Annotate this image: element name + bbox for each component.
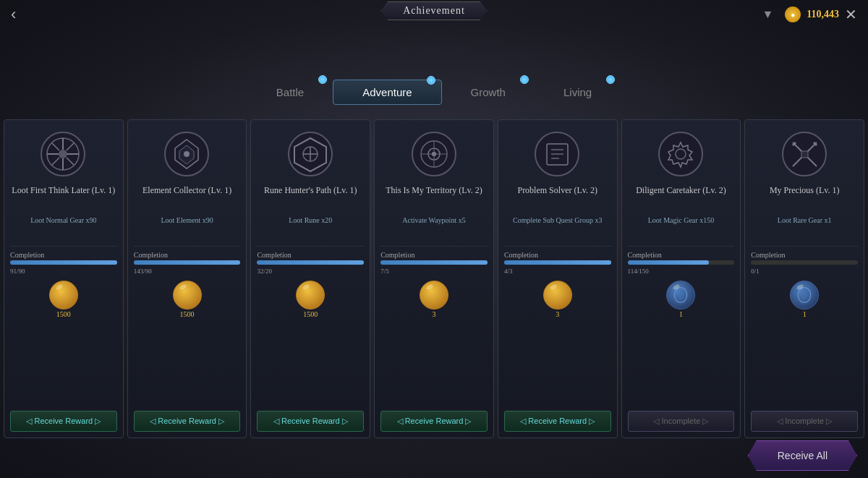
card-title: This Is My Territory (Lv. 2) — [386, 185, 482, 211]
reward-icon — [420, 281, 448, 310]
card-desc: Loot Normal Gear x90 — [30, 215, 96, 236]
progress-bar-fill — [380, 260, 488, 265]
card-desc: Activate Waypoint x5 — [402, 215, 465, 236]
card-desc: Loot Element x90 — [161, 215, 213, 236]
card-icon — [285, 129, 336, 179]
receive-reward-button[interactable]: ◁ Receive Reward ▷ — [10, 411, 117, 432]
separator — [751, 246, 858, 247]
achievement-card-3: This Is My Territory (Lv. 2) Activate Wa… — [374, 119, 494, 438]
reward-area: 1500 — [173, 281, 202, 318]
reward-area: 1 — [666, 281, 695, 318]
svg-point-31 — [659, 132, 702, 176]
cards-area: Loot First Think Later (Lv. 1) Loot Norm… — [4, 119, 864, 438]
card-icon — [655, 129, 706, 179]
card-icon — [409, 129, 459, 179]
reward-item: 3 — [543, 281, 572, 318]
receive-reward-button[interactable]: ◁ Receive Reward ▷ — [380, 411, 488, 432]
progress-bar-bg — [504, 260, 611, 265]
card-title: Diligent Caretaker (Lv. 2) — [636, 185, 726, 211]
progress-text: 114/150 — [628, 268, 649, 275]
dropdown-icon[interactable]: ▼ — [762, 8, 773, 21]
reward-icon — [666, 281, 695, 310]
coin-icon: ● — [785, 7, 801, 22]
progress-text: 0/1 — [751, 268, 760, 275]
tab-battle[interactable]: Battle — [247, 80, 333, 105]
separator — [380, 246, 488, 247]
card-icon — [779, 129, 830, 179]
card-title: Loot First Think Later (Lv. 1) — [12, 185, 115, 211]
back-button[interactable]: ‹ — [11, 5, 16, 24]
tab-indicator-living — [606, 75, 615, 84]
card-title: My Precious (Lv. 1) — [770, 185, 840, 211]
reward-area: 1500 — [296, 281, 325, 318]
achievement-card-0: Loot First Think Later (Lv. 1) Loot Norm… — [4, 119, 124, 438]
svg-point-2 — [59, 150, 67, 158]
reward-icon — [543, 281, 572, 310]
reward-area: 3 — [543, 281, 572, 318]
reward-area: 1500 — [49, 281, 78, 318]
separator — [628, 246, 735, 247]
reward-item: 1 — [790, 281, 819, 318]
reward-item: 1500 — [49, 281, 78, 318]
svg-rect-41 — [801, 151, 808, 158]
achievement-card-1: Element Collector (Lv. 1) Loot Element x… — [127, 119, 247, 438]
card-title: Rune Hunter's Path (Lv. 1) — [264, 185, 357, 211]
svg-point-14 — [184, 151, 190, 157]
receive-reward-button[interactable]: ◁ Receive Reward ▷ — [504, 411, 611, 432]
tab-living[interactable]: Living — [535, 80, 621, 105]
progress-bar-fill — [10, 260, 117, 265]
title-banner: Achievement — [380, 1, 488, 20]
completion-label: Completion — [134, 251, 168, 259]
progress-text: 32/20 — [257, 268, 272, 275]
card-desc: Loot Rare Gear x1 — [778, 215, 832, 236]
receive-reward-button[interactable]: ◁ Receive Reward ▷ — [134, 411, 241, 432]
progress-bar-bg — [628, 260, 735, 265]
separator — [504, 246, 611, 247]
card-desc: Complete Sub Quest Group x3 — [513, 215, 602, 236]
reward-count: 1500 — [56, 310, 71, 318]
progress-bar-fill — [257, 260, 364, 265]
reward-item: 3 — [420, 281, 448, 318]
reward-icon — [790, 281, 819, 310]
achievement-card-2: Rune Hunter's Path (Lv. 1) Loot Rune x20… — [250, 119, 370, 438]
reward-count: 1 — [803, 310, 807, 318]
progress-text: 4/3 — [504, 268, 513, 275]
reward-item: 1500 — [296, 281, 325, 318]
tab-indicator-adventure — [427, 76, 435, 85]
reward-area: 1 — [790, 281, 819, 318]
tab-growth[interactable]: Growth — [442, 80, 535, 105]
card-desc: Loot Rune x20 — [289, 215, 332, 236]
card-icon — [38, 129, 89, 179]
reward-count: 1500 — [303, 310, 318, 318]
reward-icon — [296, 281, 325, 310]
completion-label: Completion — [751, 251, 785, 259]
achievement-card-5: Diligent Caretaker (Lv. 2) Loot Magic Ge… — [621, 119, 741, 438]
receive-reward-button[interactable]: ◁ Receive Reward ▷ — [257, 411, 364, 432]
tab-indicator-growth — [520, 75, 529, 84]
incomplete-button: ◁ Incomplete ▷ — [628, 411, 735, 432]
completion-label: Completion — [257, 251, 291, 259]
bottom-bar: Receive All — [748, 440, 857, 471]
reward-count: 3 — [433, 310, 436, 318]
card-desc: Loot Magic Gear x150 — [648, 215, 714, 236]
reward-area: 3 — [420, 281, 448, 318]
reward-icon — [49, 281, 78, 310]
progress-bar-bg — [380, 260, 488, 265]
tab-indicator-battle — [318, 75, 327, 84]
completion-label: Completion — [504, 251, 538, 259]
progress-bar-bg — [257, 260, 364, 265]
reward-icon — [173, 281, 202, 310]
progress-bar-bg — [751, 260, 858, 265]
reward-count: 1500 — [180, 310, 195, 318]
tab-adventure[interactable]: Adventure — [333, 80, 441, 105]
achievement-card-6: My Precious (Lv. 1) Loot Rare Gear x1 Co… — [744, 119, 864, 438]
progress-bar-fill — [134, 260, 241, 265]
window-title: Achievement — [380, 1, 488, 20]
completion-label: Completion — [628, 251, 662, 259]
reward-count: 1 — [679, 310, 683, 318]
progress-bar-fill — [504, 260, 611, 265]
close-button[interactable]: ✕ — [845, 6, 857, 23]
card-icon — [532, 129, 583, 179]
progress-bar-bg — [10, 260, 117, 265]
receive-all-button[interactable]: Receive All — [748, 440, 857, 471]
